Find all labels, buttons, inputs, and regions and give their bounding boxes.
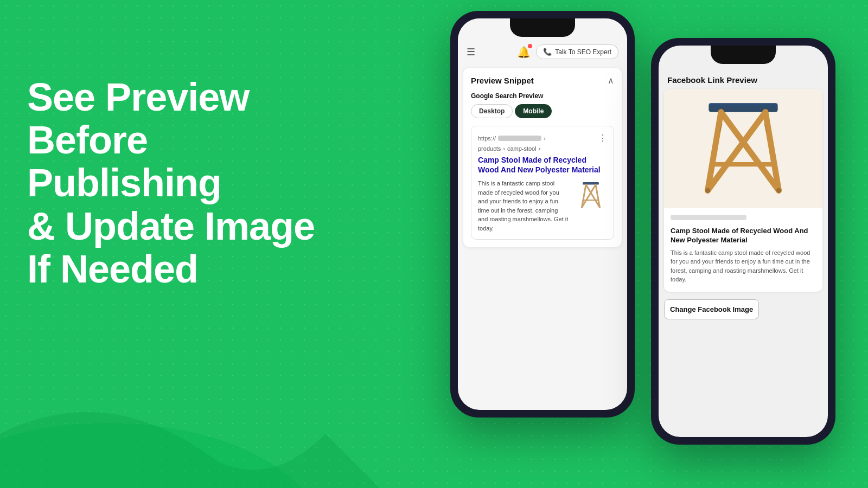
- bell-container: 🔔: [517, 46, 531, 59]
- phone-2-notch: [711, 46, 776, 64]
- phone-1-screen: ☰ 🔔 📞 Talk To SEO Expert Preview Snippet: [458, 18, 627, 410]
- notification-badge: [528, 44, 532, 48]
- snippet-title: Preview Snippet: [471, 76, 534, 85]
- tab-mobile[interactable]: Mobile: [515, 104, 552, 118]
- result-title: Camp Stool Made of Recycled Wood And New…: [478, 155, 607, 175]
- breadcrumb-camp-stool: camp-stool: [507, 145, 537, 152]
- result-url: https:// ›: [478, 135, 546, 142]
- chevron-right-1: ›: [503, 145, 505, 152]
- phone-1-notch: [510, 18, 575, 37]
- svg-point-14: [705, 188, 710, 193]
- phone-2-content: Facebook Link Preview: [659, 46, 828, 437]
- url-prefix: https://: [478, 135, 496, 142]
- chevron-right-2: ›: [539, 145, 541, 152]
- phones-container: ☰ 🔔 📞 Talk To SEO Expert Preview Snippet: [450, 11, 835, 445]
- chevron-up-icon[interactable]: ∧: [608, 75, 614, 86]
- camp-stool-large-svg: [689, 94, 797, 203]
- headline-area: See Preview Before Publishing & Update I…: [27, 76, 342, 291]
- phone-2: Facebook Link Preview: [651, 38, 835, 445]
- change-facebook-image-button[interactable]: Change Facebook Image: [664, 299, 759, 319]
- menu-icon[interactable]: ☰: [467, 46, 475, 58]
- fb-section-title: Facebook Link Preview: [659, 70, 828, 89]
- breadcrumb-products: products: [478, 145, 501, 152]
- three-dots-icon[interactable]: ⋮: [598, 133, 607, 143]
- result-breadcrumb: products › camp-stool ›: [478, 145, 607, 152]
- result-description: This is a fantastic camp stool made of r…: [478, 179, 569, 233]
- phone-1-notch-inner: [526, 23, 559, 33]
- url-blurred: [498, 136, 541, 141]
- fb-domain-bar: [664, 208, 822, 224]
- fb-card-description: This is a fantastic camp stool made of r…: [664, 248, 822, 292]
- result-body: This is a fantastic camp stool made of r…: [478, 179, 607, 233]
- camp-stool-thumbnail-svg: [575, 179, 607, 211]
- header-icons: 🔔 📞 Talk To SEO Expert: [517, 44, 618, 59]
- tab-desktop[interactable]: Desktop: [471, 104, 513, 118]
- background-wave: [0, 271, 380, 488]
- phone-2-notch-inner: [727, 50, 760, 60]
- result-thumbnail: [575, 179, 607, 211]
- talk-to-seo-button[interactable]: 📞 Talk To SEO Expert: [536, 44, 618, 59]
- talk-btn-label: Talk To SEO Expert: [555, 48, 611, 56]
- fb-card-title: Camp Stool Made of Recycled Wood And New…: [664, 224, 822, 248]
- google-result: https:// › ⋮ products › camp-stool › Cam…: [471, 126, 614, 240]
- snippet-header: Preview Snippet ∧: [471, 75, 614, 86]
- fb-image-area: [664, 89, 822, 208]
- svg-rect-18: [709, 103, 777, 106]
- snippet-card: Preview Snippet ∧ Google Search Preview …: [463, 68, 622, 247]
- phone-2-screen: Facebook Link Preview: [659, 46, 828, 437]
- fb-card: Camp Stool Made of Recycled Wood And New…: [664, 89, 822, 292]
- svg-rect-2: [583, 182, 599, 185]
- svg-point-0: [0, 423, 326, 488]
- phone-icon: 📞: [543, 48, 552, 56]
- svg-point-15: [776, 188, 781, 193]
- fb-domain-blurred: [671, 215, 746, 220]
- url-chevron: ›: [544, 135, 546, 142]
- headline-text: See Preview Before Publishing & Update I…: [27, 76, 342, 291]
- tab-group: Desktop Mobile: [471, 104, 614, 118]
- result-url-row: https:// › ⋮: [478, 133, 607, 143]
- phone-1: ☰ 🔔 📞 Talk To SEO Expert Preview Snippet: [450, 11, 635, 418]
- google-search-label: Google Search Preview: [471, 92, 614, 100]
